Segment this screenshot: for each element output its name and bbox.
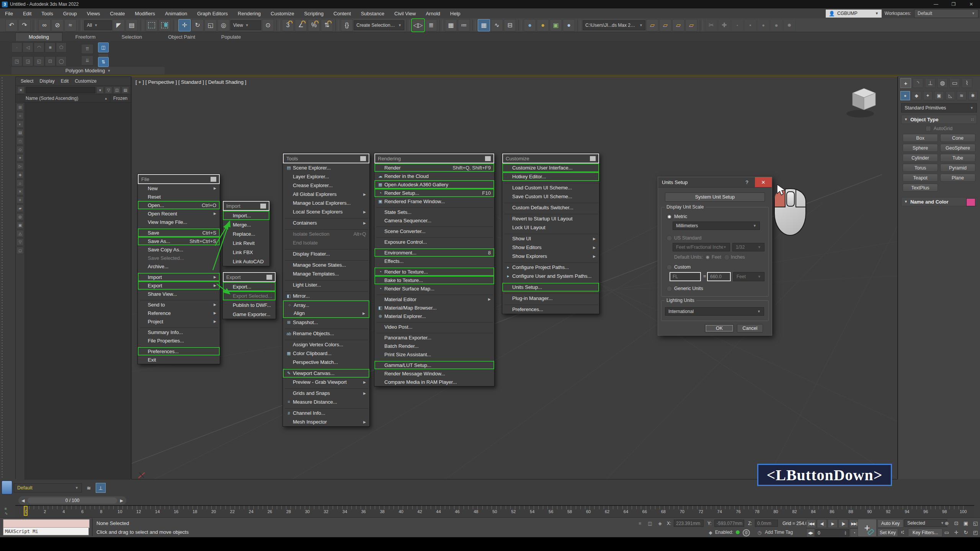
z-coordinate-field[interactable]: 0.0mm [755,520,778,527]
ribbon-tab-modeling[interactable]: Modeling [15,33,62,41]
object-type-rollout[interactable]: ▼ Object Type ∷ [901,115,977,124]
menu-item-exit[interactable]: Exit [138,355,220,364]
menubar-item-content[interactable]: Content [328,8,356,18]
menu-pin-icon[interactable] [266,275,272,280]
menu-item-channel-info[interactable]: #Channel Info... [283,409,369,417]
name-and-color-rollout[interactable]: ▼ Name and Color ∷ [901,197,977,206]
customize-menu-title[interactable]: Customize [502,153,599,163]
select-and-scale-icon[interactable]: ◱ [204,19,217,31]
use-pivot-point-center-icon[interactable]: ⊙ [262,19,274,31]
menu-item-new[interactable]: New▶ [138,184,220,192]
close-button[interactable]: ✕ [962,0,980,8]
schematic-view-icon[interactable]: ⊟ [504,19,516,31]
rendering-menu-title[interactable]: Rendering [374,153,494,163]
metric-radio[interactable] [666,214,672,220]
maxscript-mini-listener-output[interactable] [3,519,90,528]
menu-item-merge[interactable]: Merge... [223,220,270,229]
menubar-item-rendering[interactable]: Rendering [233,8,266,18]
menu-item-align[interactable]: Align▶ [283,309,369,318]
pyramid-button[interactable]: Pyramid [940,164,975,172]
menu-item-panorama-exporter[interactable]: Panorama Exporter... [374,333,494,342]
menu-item-material-explorer[interactable]: ⊛Material Explorer... [374,312,494,320]
previous-frame-arrow[interactable]: ◀ [21,498,24,503]
key-step-toggle-icon[interactable]: ◀▶ [806,528,815,537]
menu-item-exposure-control[interactable]: Exposure Control... [374,238,494,246]
track-bar[interactable]: 0246810121416182022242628303234363840424… [15,505,974,517]
selection-filter-dropdown[interactable]: All▼ [84,20,112,30]
display-tab[interactable]: ▭ [949,78,960,88]
x-coordinate-field[interactable]: 223.391mm [674,520,704,527]
maximize-button[interactable]: ❐ [945,0,962,8]
select-and-rotate-icon[interactable]: ↻ [191,19,204,31]
menu-item-render-to-texture[interactable]: ◔Render to Texture... [374,267,494,276]
zoom-region-icon[interactable]: ▭ [942,528,951,536]
menu-item-link-fbx[interactable]: Link FBX [223,248,270,257]
menu-item-print-size-assistant[interactable]: Print Size Assistant... [374,350,494,359]
explorer-filter-icon-4[interactable]: □ [16,137,24,145]
scene-explorer-column-header[interactable]: Name (Sorted Ascending) ▲ Frozen [16,95,131,103]
curve-icon[interactable]: ∿ [5,511,8,515]
menu-item-import[interactable]: Import... [223,211,270,220]
polygon-modeling-label[interactable]: Polygon Modeling ▼ [11,67,165,74]
menu-item-measure-distance[interactable]: ⌗Measure Distance... [283,398,369,406]
explorer-filter-icon-7[interactable]: ▷ [16,163,24,170]
systems-category-icon[interactable]: ✱ [968,91,978,100]
maxscript-mini-listener-input[interactable]: MAXScript Mi [3,527,89,535]
menubar-item-substance[interactable]: Substance [356,8,389,18]
menu-item-archive[interactable]: Archive... [138,262,220,271]
menu-item-lock-ui-layout[interactable]: Lock UI Layout [502,223,599,232]
menu-item-save-custom-ui-scheme[interactable]: Save Custom UI Scheme... [502,192,599,201]
menu-item-share-view[interactable]: Share View... [138,290,220,298]
toggle-layer-explorer-icon[interactable]: ≔ [458,19,470,31]
open-folder-icon[interactable]: ▱ [659,19,671,31]
lights-category-icon[interactable]: ✦ [923,91,933,100]
menu-item-import[interactable]: Import▶ [138,273,220,281]
menu-item-gamma-lut-setup[interactable]: Gamma/LUT Setup... [374,361,494,369]
brush-preset-dot-1[interactable]: ● [731,19,743,31]
ok-button[interactable]: OK [705,324,734,333]
redo-icon[interactable]: ↷ [18,19,31,31]
menu-item-save-as[interactable]: Save As...Shift+Ctrl+S [138,237,220,245]
spinner-snap-icon[interactable]: ⇅ [321,19,333,31]
select-object-icon[interactable]: ◤ [113,19,125,31]
unlink-selection-icon[interactable]: ⊘ [51,19,64,31]
open-mini-curve-editor-icon[interactable]: ≡ [5,507,8,511]
helpers-category-icon[interactable]: ◺ [946,91,955,100]
clear-search-icon[interactable]: ✕ [17,86,24,94]
menubar-item-views[interactable]: Views [82,8,105,18]
menubar-item-help[interactable]: Help [445,8,466,18]
play-icon[interactable]: ▶ [828,519,838,528]
maximize-viewport-toggle-icon[interactable]: ◰ [971,528,980,536]
menu-item-mesh-inspector[interactable]: Mesh Inspector▶ [283,417,369,426]
menu-pin-icon[interactable] [590,156,596,161]
metric-unit-dropdown[interactable]: Millimeters▼ [673,222,760,230]
menu-item-render-setup[interactable]: ◔Render Setup...F10 [374,189,494,197]
hierarchy-tab[interactable]: ⊥ [925,78,936,88]
help-button[interactable]: ? [741,177,753,187]
menubar-item-tools[interactable]: Tools [36,8,58,18]
menu-item-units-setup[interactable]: Units Setup... [502,283,599,292]
selection-set-dropdown[interactable]: Selected ▼ [904,519,947,527]
ribbon-tab-populate[interactable]: Populate [208,33,254,41]
system-unit-setup-button[interactable]: System Unit Setup [665,192,765,202]
enabled-status-dot[interactable] [736,530,740,534]
box-button[interactable]: Box [903,134,938,142]
menu-item-rename-objects[interactable]: abRename Objects... [283,329,369,338]
menu-item-scene-explorer[interactable]: ▤Scene Explorer... [283,163,369,172]
menu-item-render[interactable]: RenderShift+Q, Shift+F9 [374,163,494,172]
scene-explorer-list[interactable] [25,103,131,480]
brush-preset-dot-2[interactable]: ● [744,19,756,31]
menu-item-show-editors[interactable]: Show Editors▶ [502,243,599,252]
columns-icon[interactable]: ▤ [122,86,129,94]
select-and-move-icon[interactable]: ✛ [178,19,191,31]
explorer-filter-icon-13[interactable]: ◎ [16,213,24,220]
menubar-item-create[interactable]: Create [105,8,130,18]
menu-item-summary-info[interactable]: Summary Info... [138,328,220,336]
mirror-icon[interactable]: ◁▷ [412,19,424,31]
explorer-menu-edit[interactable]: Edit [58,78,72,84]
pan-icon[interactable]: ✛ [952,528,960,536]
curve-editor-icon[interactable]: ∿ [491,19,503,31]
explorer-menu-display[interactable]: Display [37,78,57,84]
external-references-icon[interactable]: ▱ [685,19,697,31]
filter-icon[interactable]: ▽ [105,86,112,94]
